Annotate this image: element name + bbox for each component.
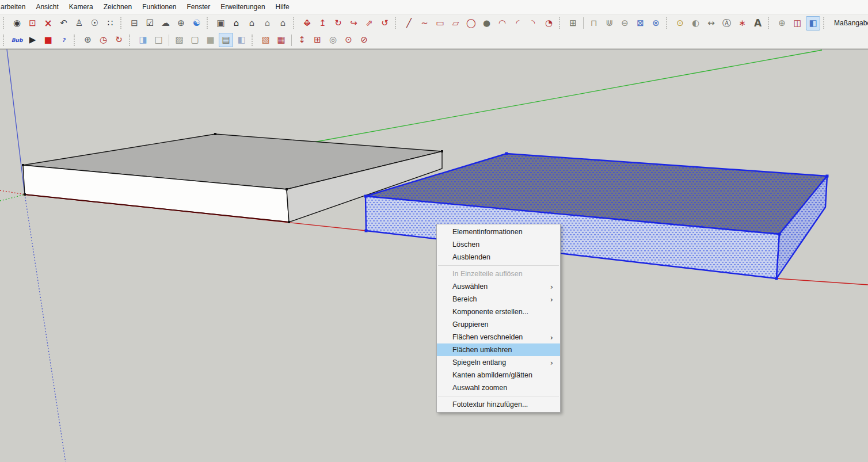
- context-menu-item-bereich[interactable]: Bereich›: [437, 293, 560, 306]
- wireframe-mode-icon[interactable]: □: [151, 33, 166, 47]
- guides-off-toggle-icon[interactable]: ⊘: [357, 33, 371, 47]
- zoom-extents-icon[interactable]: ×: [41, 16, 55, 30]
- context-menu-item-gruppieren[interactable]: Gruppieren: [437, 318, 560, 331]
- menu-item-funktionen[interactable]: Funktionen: [137, 1, 181, 13]
- menu-item-arbeiten[interactable]: arbeiten: [0, 1, 31, 13]
- play-icon[interactable]: ▶: [25, 33, 40, 47]
- context-menu-item-auswahl-zoomen[interactable]: Auswahl zoomen: [437, 381, 560, 394]
- rotate-glyph: ↻: [334, 19, 342, 28]
- section-fill-icon[interactable]: ◧: [806, 16, 820, 30]
- tape-measure-icon[interactable]: ⊙: [673, 16, 687, 30]
- split-icon[interactable]: ⊗: [649, 16, 663, 30]
- toolbar-group-handle: [207, 17, 210, 29]
- axes-toggle-icon[interactable]: ◎: [326, 33, 340, 47]
- context-menu-item-ausblenden[interactable]: Ausblenden: [437, 251, 560, 264]
- shaded-mode-icon[interactable]: ■: [203, 33, 218, 47]
- orient-north-icon[interactable]: ↻: [112, 33, 126, 47]
- context-menu-item-auswählen[interactable]: Auswählen›: [437, 280, 560, 293]
- back-view-icon[interactable]: ⌂: [276, 16, 290, 30]
- polygon-icon[interactable]: ●: [479, 16, 494, 30]
- section-fill-toggle-icon[interactable]: ⊞: [310, 33, 325, 47]
- section-planes-toggle-icon[interactable]: ▦: [274, 33, 288, 47]
- guide-points-toggle-icon[interactable]: ⊙: [341, 33, 356, 47]
- north-angle-icon[interactable]: ◷: [96, 33, 111, 47]
- arc-icon[interactable]: ◠: [495, 16, 509, 30]
- zoom-window-glyph: ⊡: [29, 19, 36, 28]
- model-canvas[interactable]: [0, 49, 868, 462]
- context-menu-item-flächen-umkehren[interactable]: Flächen umkehren: [437, 343, 560, 356]
- menu-item-kamera[interactable]: Kamera: [64, 1, 98, 13]
- xray-mode-icon[interactable]: ◨: [136, 33, 150, 47]
- intersect-icon[interactable]: ⊓: [587, 16, 601, 30]
- line-icon[interactable]: ╱: [402, 16, 416, 30]
- share-model-icon[interactable]: ☁: [158, 16, 173, 30]
- section-plane-icon[interactable]: ⊕: [775, 16, 789, 30]
- two-point-arc-icon[interactable]: ◜: [511, 16, 525, 30]
- 3d-text-icon[interactable]: A: [751, 16, 765, 30]
- follow-me-icon[interactable]: ↪: [347, 16, 361, 30]
- three-point-arc-icon[interactable]: ◝: [526, 16, 540, 30]
- look-around-icon[interactable]: ☉: [87, 16, 102, 30]
- menu-item-erweiterungen[interactable]: Erweiterungen: [215, 1, 270, 13]
- back-edges-mode-icon[interactable]: ▨: [172, 33, 186, 47]
- axes-icon[interactable]: ∗: [735, 16, 749, 30]
- protractor-icon[interactable]: ◐: [688, 16, 703, 30]
- top-view-icon[interactable]: ⌂: [229, 16, 243, 30]
- shaded-textures-mode-icon[interactable]: ▤: [219, 33, 233, 47]
- stop-icon[interactable]: ■: [41, 33, 55, 47]
- context-menu-item-flächen-verschneiden[interactable]: Flächen verschneiden›: [437, 331, 560, 343]
- push-pull-icon[interactable]: ↥: [315, 16, 330, 30]
- front-view-icon[interactable]: ⌂: [245, 16, 259, 30]
- right-view-icon[interactable]: ⌂: [260, 16, 275, 30]
- hidden-line-mode-icon[interactable]: ▢: [188, 33, 202, 47]
- position-camera-icon[interactable]: ♙: [72, 16, 86, 30]
- freehand-icon[interactable]: ∼: [417, 16, 432, 30]
- dimension-icon[interactable]: ↔: [704, 16, 718, 30]
- bub-icon[interactable]: Bub: [10, 33, 24, 47]
- zoom-window-icon[interactable]: ⊡: [25, 16, 40, 30]
- pie-icon[interactable]: ◔: [542, 16, 556, 30]
- zoom-previous-glyph: ↶: [60, 19, 67, 28]
- text-glyph: Ⓐ: [722, 19, 731, 28]
- context-menu-item-kanten-abmildern-glätten[interactable]: Kanten abmildern/glätten: [437, 369, 560, 381]
- rotated-rectangle-icon[interactable]: ▱: [448, 16, 463, 30]
- hidden-geometry-toggle-icon[interactable]: ▧: [258, 33, 273, 47]
- context-menu-item-komponente-erstellen[interactable]: Komponente erstellen...: [437, 306, 560, 318]
- offset-icon[interactable]: ↺: [378, 16, 392, 30]
- iso-view-icon[interactable]: ▣: [214, 16, 228, 30]
- menu-item-hilfe[interactable]: Hilfe: [271, 1, 295, 13]
- rotate-icon[interactable]: ↻: [331, 16, 345, 30]
- subtract-icon[interactable]: ⊖: [618, 16, 632, 30]
- context-menu-item-löschen[interactable]: Löschen: [437, 238, 560, 251]
- validate-icon[interactable]: ☑: [143, 16, 157, 30]
- menu-item-ansicht[interactable]: Ansicht: [31, 1, 63, 13]
- add-extension-icon[interactable]: ⊕: [174, 16, 188, 30]
- move-icon[interactable]: ↔↕: [300, 16, 314, 30]
- monochrome-mode-icon[interactable]: ◧: [234, 33, 249, 47]
- context-menu-item-label: Bereich: [452, 295, 550, 303]
- extension-warehouse-icon[interactable]: ☯: [189, 16, 204, 30]
- context-menu-item-spiegeln-entlang[interactable]: Spiegeln entlang›: [437, 356, 560, 369]
- section-cuts-toggle-icon[interactable]: ↕: [295, 33, 309, 47]
- outer-shell-icon[interactable]: ⊞: [566, 16, 580, 30]
- top-view-glyph: ⌂: [234, 19, 239, 28]
- context-menu-item-elementinformationen[interactable]: Elementinformationen: [437, 226, 560, 238]
- context-menu-item-fototextur-hinzufügen[interactable]: Fototextur hinzufügen...: [437, 398, 560, 411]
- paste-in-place-icon[interactable]: ⊟: [127, 16, 142, 30]
- subtract-glyph: ⊖: [621, 19, 629, 28]
- menu-item-fenster[interactable]: Fenster: [182, 1, 216, 13]
- text-icon[interactable]: Ⓐ: [719, 16, 734, 30]
- menu-item-zeichnen[interactable]: Zeichnen: [98, 1, 137, 13]
- help-icon[interactable]: ?: [56, 33, 71, 47]
- circle-icon[interactable]: ◯: [464, 16, 478, 30]
- zoom-icon[interactable]: ◉: [10, 16, 24, 30]
- scale-icon[interactable]: ⇗: [362, 16, 376, 30]
- union-icon[interactable]: ⋓: [602, 16, 616, 30]
- section-cut-icon[interactable]: ◫: [790, 16, 805, 30]
- viewport-3d[interactable]: [0, 49, 868, 462]
- trim-icon[interactable]: ⊠: [633, 16, 648, 30]
- rectangle-icon[interactable]: ▭: [433, 16, 447, 30]
- walk-icon[interactable]: ∷: [103, 16, 117, 30]
- zoom-previous-icon[interactable]: ↶: [56, 16, 71, 30]
- add-location-icon[interactable]: ⊕: [81, 33, 95, 47]
